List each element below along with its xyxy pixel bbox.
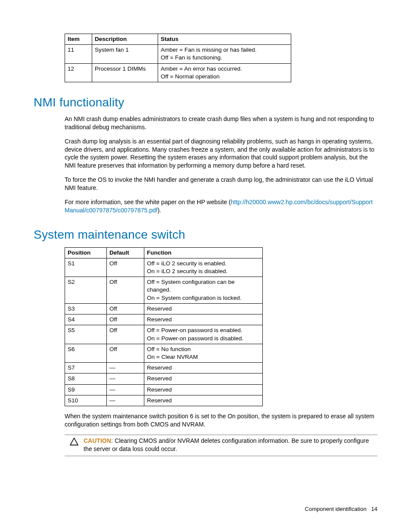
text: ). xyxy=(158,207,162,214)
text: For more information, see the white pape… xyxy=(65,199,231,205)
cell-description: System fan 1 xyxy=(92,45,158,63)
paragraph: To force the OS to invoke the NMI handle… xyxy=(65,176,377,192)
cell-default: Off xyxy=(107,258,144,277)
cell-function: Off = iLO 2 security is enabled. On = iL… xyxy=(144,258,263,277)
table-row: 12 Processor 1 DIMMs Amber = An error ha… xyxy=(65,63,291,82)
paragraph: An NMI crash dump enables administrators… xyxy=(65,115,377,131)
caution-text: CAUTION: Clearing CMOS and/or NVRAM dele… xyxy=(84,437,377,453)
table-row: S10 — Reserved xyxy=(65,395,263,406)
cell-function: Off = System configuration can be change… xyxy=(144,277,263,304)
cell-default: Off xyxy=(107,314,144,325)
table-row: S4 Off Reserved xyxy=(65,314,263,325)
cell-position: S1 xyxy=(65,258,107,277)
cell-default: — xyxy=(107,363,144,373)
cell-position: S3 xyxy=(65,303,107,314)
caution-body: Clearing CMOS and/or NVRAM deletes confi… xyxy=(84,437,369,452)
maintenance-switch-table: Position Default Function S1 Off Off = i… xyxy=(65,247,263,407)
table-header-row: Item Description Status xyxy=(65,34,291,45)
footer-page-number: 14 xyxy=(371,506,377,512)
table-row: S6 Off Off = No function On = Clear NVRA… xyxy=(65,344,263,362)
cell-position: S4 xyxy=(65,314,107,325)
caution-label: CAUTION: xyxy=(84,437,113,444)
caution-icon xyxy=(65,437,84,445)
cell-function: Reserved xyxy=(144,384,263,395)
cell-position: S8 xyxy=(65,373,107,384)
cell-function: Reserved xyxy=(144,373,263,384)
table-row: S3 Off Reserved xyxy=(65,303,263,314)
table-row: S8 — Reserved xyxy=(65,373,263,384)
cell-position: S7 xyxy=(65,363,107,373)
caution-block: CAUTION: Clearing CMOS and/or NVRAM dele… xyxy=(65,435,377,456)
page-footer: Component identification 14 xyxy=(305,505,377,513)
cell-function: Off = Power-on password is enabled. On =… xyxy=(144,325,263,344)
footer-section: Component identification xyxy=(305,506,367,512)
col-header-item: Item xyxy=(65,34,92,45)
table-row: S5 Off Off = Power-on password is enable… xyxy=(65,325,263,344)
col-header-position: Position xyxy=(65,247,107,258)
cell-item: 12 xyxy=(65,63,92,82)
table-header-row: Position Default Function xyxy=(65,247,263,258)
cell-function: Reserved xyxy=(144,363,263,373)
cell-position: S10 xyxy=(65,395,107,406)
table-row: S2 Off Off = System configuration can be… xyxy=(65,277,263,304)
cell-default: Off xyxy=(107,325,144,344)
cell-default: — xyxy=(107,373,144,384)
col-header-default: Default xyxy=(107,247,144,258)
cell-function: Reserved xyxy=(144,395,263,406)
cell-default: Off xyxy=(107,277,144,304)
table-row: S9 — Reserved xyxy=(65,384,263,395)
cell-function: Reserved xyxy=(144,314,263,325)
cell-position: S2 xyxy=(65,277,107,304)
paragraph: Crash dump log analysis is an essential … xyxy=(65,137,377,170)
cell-default: Off xyxy=(107,303,144,314)
cell-status: Amber = An error has occurred. Off = Nor… xyxy=(158,63,291,82)
paragraph: For more information, see the white pape… xyxy=(65,198,377,215)
col-header-description: Description xyxy=(92,34,158,45)
cell-description: Processor 1 DIMMs xyxy=(92,63,158,82)
cell-item: 11 xyxy=(65,45,92,63)
cell-status: Amber = Fan is missing or has failed. Of… xyxy=(158,45,291,63)
table-row: S1 Off Off = iLO 2 security is enabled. … xyxy=(65,258,263,277)
heading-system-maintenance-switch: System maintenance switch xyxy=(34,227,377,243)
cell-default: Off xyxy=(107,344,144,362)
col-header-status: Status xyxy=(158,34,291,45)
cell-position: S5 xyxy=(65,325,107,344)
cell-position: S9 xyxy=(65,384,107,395)
heading-nmi-functionality: NMI functionality xyxy=(34,94,377,111)
cell-function: Off = No function On = Clear NVRAM xyxy=(144,344,263,362)
cell-function: Reserved xyxy=(144,303,263,314)
table-row: 11 System fan 1 Amber = Fan is missing o… xyxy=(65,45,291,63)
cell-position: S6 xyxy=(65,344,107,362)
cell-default: — xyxy=(107,384,144,395)
col-header-function: Function xyxy=(144,247,263,258)
status-table: Item Description Status 11 System fan 1 … xyxy=(65,34,291,82)
cell-default: — xyxy=(107,395,144,406)
table-row: S7 — Reserved xyxy=(65,363,263,373)
paragraph: When the system maintenance switch posit… xyxy=(65,412,377,429)
